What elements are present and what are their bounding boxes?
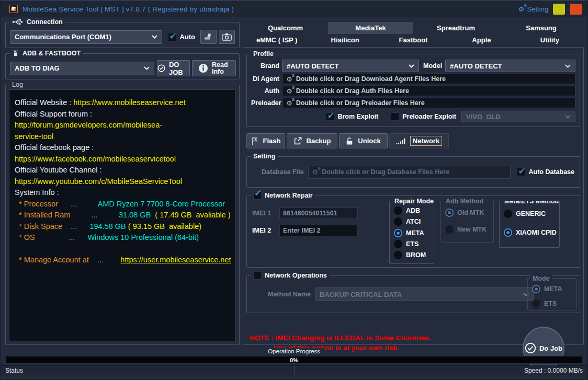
adb-mode-select[interactable]: ADB TO DIAG (10, 62, 154, 75)
radio-icon (504, 210, 512, 218)
radio-selected-icon (445, 209, 454, 217)
repair-mode-option-ets[interactable]: ETS (394, 240, 429, 248)
tab-spreadtrum[interactable]: Spreadtrum (413, 22, 499, 34)
adb-fastboot-group-label: ADB & FASTBOOT (22, 49, 81, 57)
imei1-label: IMEI 1 (252, 210, 276, 217)
repair-mode-option-brom[interactable]: BROM (394, 251, 429, 259)
tab-utility[interactable]: Utility (516, 34, 584, 46)
backup-button[interactable]: Backup (287, 133, 337, 148)
method-name-select[interactable]: BACKUP CRITICAL DATA (315, 287, 534, 301)
setting-group-label: Setting (253, 152, 275, 160)
gears-icon: ⚙ (312, 169, 319, 176)
adb-method-group: Adb Method Old MTK New MTK (440, 201, 494, 243)
network-operations-label: Network Operations (265, 271, 327, 280)
auto-checkbox[interactable] (168, 33, 176, 41)
operation-progress-label: Operation Progress (264, 348, 324, 354)
read-info-button[interactable]: Read Info (192, 60, 236, 76)
radio-icon (394, 240, 402, 248)
network-operations-group: Network Operations Method Name BACKUP CR… (246, 275, 580, 313)
title-bar: MobileSea Service Tool [ MST ] v7.8.7 ( … (1, 1, 587, 17)
dl-agent-file-input[interactable]: ⚙ Double click or Drag Download Agent Fi… (282, 74, 575, 84)
radio-icon (445, 225, 454, 234)
auth-file-input[interactable]: ⚙ Double click or Drag Auth Files Here (282, 86, 575, 96)
adb-method-option-old-mtk[interactable]: Old MTK (445, 209, 489, 217)
progress-bar: 0% (5, 356, 583, 364)
imei2-label: IMEI 2 (252, 227, 276, 234)
screenshot-button[interactable] (219, 30, 235, 44)
database-file-label: Database File (262, 168, 304, 176)
exploit-select[interactable]: VIVO_OLD (461, 111, 575, 122)
preloader-label: Preloader (251, 99, 279, 107)
app-window: MobileSea Service Tool [ MST ] v7.8.7 ( … (0, 0, 588, 380)
tab-samsung[interactable]: Samsung (499, 22, 584, 34)
database-file-input[interactable]: ⚙ Double click or Drag Database Files He… (308, 166, 511, 179)
repair-mode-option-meta[interactable]: META (394, 229, 429, 237)
platform-tabs-row1: Qualcomm MediaTek Spreadtrum Samsung (243, 22, 584, 34)
auto-label: Auto (179, 33, 195, 41)
preloader-exploit-checkbox[interactable] (391, 112, 399, 121)
brand-select[interactable]: #AUTO DETECT (282, 60, 419, 72)
chevron-down-icon (409, 64, 414, 68)
tab-hisilicon[interactable]: Hisilicon (311, 34, 379, 46)
radio-selected-icon (394, 229, 402, 237)
repair-mode-option-adb[interactable]: ADB (394, 206, 429, 215)
network-repair-label: Network Repair (265, 191, 313, 200)
warning-note-line1: NOTE : IMEI Changing is ILLEGAL in Some … (250, 333, 431, 343)
auto-database-checkbox[interactable] (517, 168, 525, 176)
check-circle-icon (157, 63, 165, 73)
connection-group-label: Connection (27, 18, 63, 26)
imei1-input[interactable]: 861460054011501 (279, 208, 358, 219)
gear-icon: ⚙ (518, 6, 525, 13)
meta-ets-option-xiaomi-cpid[interactable]: XIAOMI CPID (504, 228, 555, 237)
model-label: Model (423, 62, 442, 70)
tab-apple[interactable]: Apple (447, 34, 515, 46)
tab-fastboot[interactable]: Fastboot (379, 34, 447, 46)
driver-icon (204, 32, 213, 41)
chevron-down-icon (565, 64, 571, 68)
usb-icon (12, 19, 24, 25)
flash-button[interactable]: Flash (246, 133, 285, 148)
tab-qualcomm[interactable]: Qualcomm (243, 22, 328, 34)
mode-option-meta[interactable]: META (532, 285, 572, 293)
setting-group: Setting Database File ⚙ Double click or … (246, 156, 580, 188)
tab-mediatek[interactable]: MediaTek (328, 22, 413, 34)
window-title: MobileSea Service Tool [ MST ] v7.8.7 ( … (22, 5, 234, 13)
mode-option-ets[interactable]: ETS (532, 300, 572, 308)
chevron-down-icon (152, 35, 157, 39)
log-group-label: Log (12, 80, 23, 89)
repair-mode-option-atci[interactable]: ATCI (394, 217, 429, 226)
imei2-input[interactable]: Enter IMEI 2 (279, 225, 358, 236)
preloader-file-input[interactable]: ⚙ Double click or Drag Preloader Files H… (282, 98, 575, 108)
status-divider (294, 366, 295, 375)
com-port-select[interactable]: Communications Port (COM1) (10, 30, 162, 44)
radio-icon (394, 206, 402, 215)
connection-group: Connection Communications Port (COM1) Au… (5, 22, 240, 48)
driver-button[interactable] (200, 30, 217, 44)
gears-icon: ⚙ (286, 76, 292, 83)
auth-label: Auth (251, 87, 279, 95)
profile-group-label: Profile (253, 50, 274, 58)
speed-label: Speed : 0.0000 MB/s (524, 367, 583, 374)
auto-database-label: Auto Database (528, 168, 574, 176)
adb-method-option-new-mtk[interactable]: New MTK (445, 225, 489, 234)
minimize-button[interactable] (553, 4, 565, 15)
network-button[interactable]: Network (389, 133, 449, 148)
setting-button[interactable]: ⚙ Setting (518, 5, 548, 13)
unlock-button[interactable]: Unlock (339, 133, 388, 148)
mediatek-pane: Profile Brand #AUTO DETECT Model #AUTO D… (243, 47, 584, 345)
log-content[interactable]: Official Website : https://www.mobilesea… (9, 89, 236, 341)
setting-label: Setting (527, 5, 548, 13)
repair-mode-group: Repair Mode ADB ATCI META ETS BROM (389, 201, 434, 264)
close-button[interactable] (570, 4, 582, 15)
meta-ets-option-generic[interactable]: GENERIC (504, 210, 555, 218)
chevron-down-icon (144, 66, 150, 70)
network-repair-checkbox[interactable] (253, 191, 262, 200)
mode-group: Mode META ETS (527, 278, 576, 310)
brand-label: Brand (251, 62, 279, 70)
tab-emmc-isp[interactable]: eMMC ( ISP ) (243, 34, 311, 46)
radio-selected-icon (504, 228, 512, 237)
model-select[interactable]: #AUTO DETECT (445, 60, 575, 72)
network-operations-checkbox[interactable] (253, 271, 262, 280)
brom-exploit-checkbox[interactable] (326, 112, 334, 121)
adb-do-job-button[interactable]: DO JOB (157, 60, 190, 76)
